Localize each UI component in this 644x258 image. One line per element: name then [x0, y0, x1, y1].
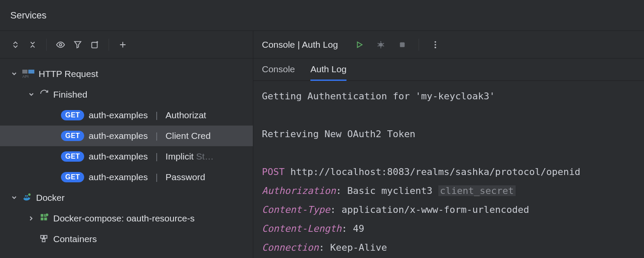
- request-detail: Client Cred: [166, 131, 211, 141]
- masked-secret: client_secret: [438, 185, 516, 196]
- svg-rect-3: [28, 70, 34, 74]
- log-header-line: Connection: Keep-Alive: [262, 238, 635, 257]
- output-title: Console | Auth Log: [262, 40, 338, 50]
- log-header-line: Content-Type: application/x-www-form-url…: [262, 200, 635, 219]
- request-name: auth-examples: [88, 172, 148, 182]
- tree-label: Docker-compose: oauth-resource-s: [53, 213, 194, 224]
- tree-label: Containers: [53, 234, 97, 244]
- svg-point-14: [379, 43, 383, 46]
- svg-point-16: [434, 41, 436, 43]
- svg-rect-2: [22, 70, 27, 74]
- chevron-down-icon[interactable]: [27, 92, 35, 98]
- svg-point-10: [46, 213, 49, 216]
- svg-point-17: [434, 44, 436, 46]
- svg-rect-8: [41, 218, 43, 220]
- http-method-badge: GET: [61, 172, 84, 182]
- chevron-down-icon[interactable]: [10, 195, 18, 201]
- output-tabs: Console Auth Log: [253, 58, 644, 81]
- title-bar: Services: [0, 0, 644, 31]
- tree-node-request[interactable]: GET auth-examples | Authorizat: [0, 105, 253, 126]
- log-request-line: POST http://localhost:8083/realms/sashka…: [262, 163, 635, 181]
- more-icon[interactable]: [428, 37, 443, 52]
- tree-node-request[interactable]: GET auth-examples | Implicit St…: [0, 146, 253, 167]
- log-header-line: Content-Length: 49: [262, 219, 635, 238]
- svg-rect-11: [41, 235, 43, 238]
- services-tree-panel: API HTTP Request Finished GET auth-examp…: [0, 31, 253, 258]
- debug-icon[interactable]: [373, 37, 389, 52]
- tab-console[interactable]: Console: [262, 59, 295, 81]
- svg-rect-13: [42, 239, 45, 241]
- auth-log-output[interactable]: Getting Authentication for 'my-keycloak3…: [253, 81, 644, 258]
- svg-point-0: [59, 43, 62, 46]
- svg-rect-12: [44, 235, 47, 238]
- request-name: auth-examples: [88, 131, 148, 141]
- tab-auth-log[interactable]: Auth Log: [310, 59, 346, 81]
- tree-label: Docker: [36, 193, 65, 203]
- http-method-badge: GET: [61, 110, 84, 120]
- http-method-badge: GET: [61, 151, 84, 162]
- request-name: auth-examples: [88, 151, 148, 162]
- log-line: Getting Authentication for 'my-keycloak3…: [262, 87, 635, 106]
- docker-icon: [22, 192, 32, 204]
- chevron-down-icon[interactable]: [10, 71, 18, 77]
- run-icon[interactable]: [352, 37, 367, 52]
- svg-point-18: [434, 46, 436, 48]
- tree-node-http-request[interactable]: API HTTP Request: [0, 64, 253, 84]
- filter-icon[interactable]: [70, 37, 85, 52]
- svg-rect-6: [41, 214, 43, 216]
- run-actions: [352, 37, 443, 52]
- svg-text:API: API: [22, 74, 29, 78]
- http-method-badge: GET: [61, 131, 84, 141]
- request-name: auth-examples: [88, 110, 148, 120]
- tree-node-containers[interactable]: Containers: [0, 229, 253, 249]
- refresh-icon: [39, 89, 49, 101]
- tree-node-finished[interactable]: Finished: [0, 84, 253, 105]
- request-detail: Authorizat: [166, 110, 207, 120]
- tree-label: HTTP Request: [39, 69, 98, 79]
- new-window-icon[interactable]: [87, 37, 103, 52]
- stop-icon[interactable]: [395, 37, 410, 52]
- log-blank: [262, 106, 635, 125]
- separator: [109, 39, 109, 51]
- svg-point-5: [28, 193, 31, 196]
- expand-all-icon[interactable]: [8, 37, 23, 52]
- collapse-all-icon[interactable]: [25, 37, 40, 52]
- api-icon: API: [22, 70, 34, 78]
- request-detail: Implicit: [166, 151, 194, 161]
- show-icon[interactable]: [53, 37, 68, 52]
- chevron-right-icon[interactable]: [27, 215, 35, 221]
- output-header: Console | Auth Log: [253, 31, 644, 58]
- separator: [419, 39, 419, 51]
- output-panel: Console | Auth Log Console Auth Log Gett…: [253, 31, 644, 258]
- tree-label: Finished: [53, 89, 87, 100]
- compose-icon: [39, 213, 49, 224]
- separator: [46, 39, 47, 51]
- add-icon[interactable]: [115, 37, 131, 52]
- svg-rect-15: [400, 42, 405, 47]
- log-header-line: Authorization: Basic myclient3 client_se…: [262, 181, 635, 200]
- containers-icon: [39, 233, 49, 245]
- svg-rect-1: [92, 42, 97, 48]
- tree-toolbar: [0, 31, 253, 58]
- services-tree[interactable]: API HTTP Request Finished GET auth-examp…: [0, 58, 253, 258]
- main-split: API HTTP Request Finished GET auth-examp…: [0, 31, 644, 258]
- tree-node-request[interactable]: GET auth-examples | Client Cred: [0, 126, 253, 146]
- log-blank: [262, 144, 635, 163]
- panel-title: Services: [10, 10, 46, 21]
- log-line: Retrieving New OAuth2 Token: [262, 125, 635, 144]
- request-detail: Password: [166, 172, 205, 182]
- tree-node-request[interactable]: GET auth-examples | Password: [0, 167, 253, 187]
- svg-rect-9: [44, 218, 47, 220]
- tree-node-docker[interactable]: Docker: [0, 187, 253, 208]
- tree-node-docker-compose[interactable]: Docker-compose: oauth-resource-s: [0, 208, 253, 229]
